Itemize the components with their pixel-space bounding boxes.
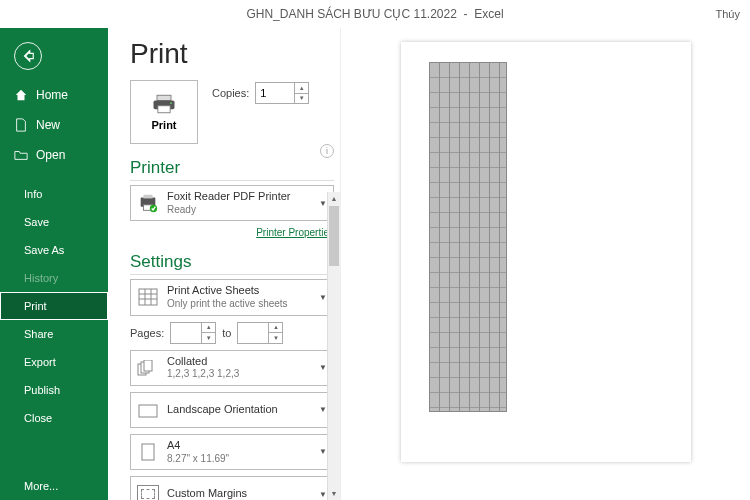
collated-icon (137, 357, 159, 379)
page-title: Print (130, 38, 334, 70)
paper-size-select[interactable]: A48.27" x 11.69" ▼ (130, 434, 334, 470)
print-what-select[interactable]: Print Active SheetsOnly print the active… (130, 279, 334, 315)
pages-from-spinner[interactable]: ▲▼ (170, 322, 216, 344)
info-icon[interactable]: i (320, 144, 334, 158)
sheets-icon (137, 286, 159, 308)
print-button-label: Print (151, 119, 176, 131)
printer-status-icon (137, 192, 159, 214)
printer-icon (150, 93, 178, 115)
print-settings-pane: Print Print Copies: ▲▼ (108, 28, 340, 500)
nav-label: Save (24, 216, 49, 228)
orientation-select[interactable]: Landscape Orientation ▼ (130, 392, 334, 428)
copies-input[interactable] (256, 83, 294, 103)
margins-select[interactable]: Custom Margins ▼ (130, 476, 334, 500)
nav-share[interactable]: Share (0, 320, 108, 348)
landscape-icon (137, 399, 159, 421)
nav-save-as[interactable]: Save As (0, 236, 108, 264)
user-name[interactable]: Thúy (716, 8, 740, 20)
svg-rect-5 (143, 195, 152, 199)
nav-close[interactable]: Close (0, 404, 108, 432)
nav-label: Save As (24, 244, 64, 256)
chevron-down-icon: ▼ (319, 447, 327, 456)
nav-label: History (24, 272, 58, 284)
chevron-down-icon: ▼ (319, 363, 327, 372)
svg-rect-17 (142, 444, 154, 460)
chevron-down-icon: ▼ (319, 405, 327, 414)
preview-content (429, 62, 507, 412)
nav-home[interactable]: Home (0, 80, 108, 110)
nav-info[interactable]: Info (0, 180, 108, 208)
nav-more[interactable]: More... (0, 472, 108, 500)
nav-label: Info (24, 188, 42, 200)
nav-label: Home (36, 88, 68, 102)
back-arrow-icon (21, 49, 35, 63)
pages-to-input[interactable] (238, 323, 268, 343)
nav-save[interactable]: Save (0, 208, 108, 236)
nav-print[interactable]: Print (0, 292, 108, 320)
scroll-up[interactable]: ▲ (328, 192, 340, 205)
title-bar: GHN_DANH SÁCH BƯU CỤC 11.2022 - Excel Th… (0, 0, 750, 28)
svg-rect-0 (157, 95, 171, 100)
page-icon (137, 441, 159, 463)
nav-history: History (0, 264, 108, 292)
nav-label: Close (24, 412, 52, 424)
folder-open-icon (14, 148, 28, 162)
nav-publish[interactable]: Publish (0, 376, 108, 404)
pages-label: Pages: (130, 327, 164, 339)
svg-rect-16 (139, 405, 157, 417)
pages-to-label: to (222, 327, 231, 339)
print-button[interactable]: Print (130, 80, 198, 144)
nav-label: Publish (24, 384, 60, 396)
nav-label: Share (24, 328, 53, 340)
svg-rect-8 (139, 289, 157, 305)
svg-point-3 (170, 102, 172, 104)
back-button[interactable] (14, 42, 42, 70)
spinner-up[interactable]: ▲ (295, 83, 308, 94)
printer-status: Ready (167, 204, 311, 217)
nav-export[interactable]: Export (0, 348, 108, 376)
copies-label: Copies: (212, 87, 249, 99)
home-icon (14, 88, 28, 102)
nav-label: More... (24, 480, 58, 492)
printer-heading: Printer i (130, 158, 334, 181)
nav-open[interactable]: Open (0, 140, 108, 170)
nav-label: New (36, 118, 60, 132)
chevron-down-icon: ▼ (319, 490, 327, 499)
scroll-down[interactable]: ▼ (328, 487, 340, 500)
pages-from-input[interactable] (171, 323, 201, 343)
chevron-down-icon: ▼ (319, 199, 327, 208)
copies-spinner[interactable]: ▲▼ (255, 82, 309, 104)
nav-label: Open (36, 148, 65, 162)
printer-name: Foxit Reader PDF Printer (167, 190, 311, 204)
printer-select[interactable]: Foxit Reader PDF Printer Ready ▼ (130, 185, 334, 221)
scroll-thumb[interactable] (329, 206, 339, 266)
collation-select[interactable]: Collated1,2,3 1,2,3 1,2,3 ▼ (130, 350, 334, 386)
chevron-down-icon: ▼ (319, 293, 327, 302)
document-title: GHN_DANH SÁCH BƯU CỤC 11.2022 - Excel (246, 7, 503, 21)
svg-rect-2 (158, 106, 170, 113)
preview-page (401, 42, 691, 462)
pages-to-spinner[interactable]: ▲▼ (237, 322, 283, 344)
margins-icon (137, 483, 159, 500)
nav-label: Print (24, 300, 47, 312)
new-icon (14, 118, 28, 132)
backstage-sidebar: Home New Open Info Save Save As History … (0, 28, 108, 500)
nav-label: Export (24, 356, 56, 368)
svg-rect-15 (144, 360, 152, 371)
spinner-down[interactable]: ▼ (295, 94, 308, 104)
nav-new[interactable]: New (0, 110, 108, 140)
print-preview (340, 28, 750, 500)
settings-heading: Settings (130, 252, 334, 275)
settings-scrollbar[interactable]: ▲ ▼ (327, 192, 340, 500)
printer-properties-link[interactable]: Printer Properties (130, 227, 334, 238)
